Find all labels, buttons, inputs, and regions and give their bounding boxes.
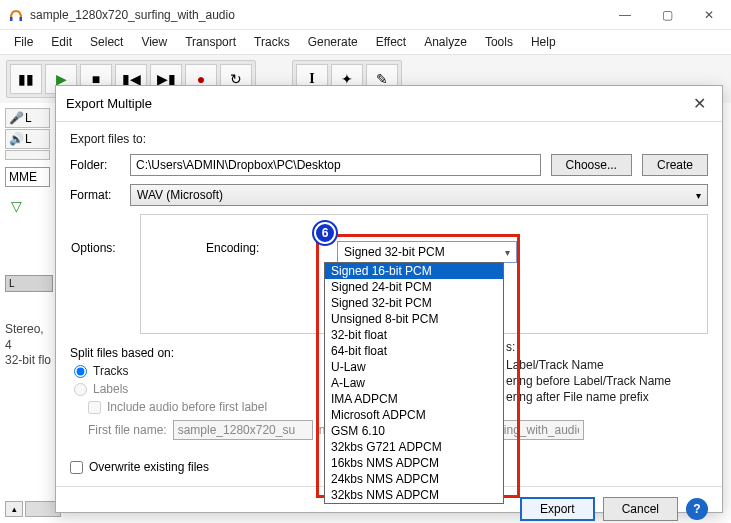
encoding-option[interactable]: IMA ADPCM [325, 391, 503, 407]
menu-tracks[interactable]: Tracks [246, 33, 298, 51]
options-label: Options: [71, 241, 126, 255]
chevron-down-icon: ▾ [505, 247, 510, 258]
first-file-label: First file name: [88, 423, 167, 437]
svg-rect-1 [20, 17, 23, 21]
pause-button[interactable]: ▮▮ [10, 64, 42, 94]
track-info-rate: Stereo, 4 [5, 322, 53, 353]
menu-tools[interactable]: Tools [477, 33, 521, 51]
menu-bar: File Edit Select View Transport Tracks G… [0, 30, 731, 55]
dialog-close-button[interactable]: ✕ [687, 94, 712, 113]
format-label: Format: [70, 188, 120, 202]
naming-opt-2: ering before Label/Track Name [506, 374, 706, 388]
menu-edit[interactable]: Edit [43, 33, 80, 51]
annotation-callout-6: 6 [314, 222, 336, 244]
encoding-option[interactable]: U-Law [325, 359, 503, 375]
menu-effect[interactable]: Effect [368, 33, 414, 51]
spk-channel-l: L [25, 132, 32, 146]
encoding-select[interactable]: Signed 32-bit PCM ▾ [337, 241, 517, 263]
naming-opt-1: Label/Track Name [506, 358, 706, 372]
choose-button[interactable]: Choose... [551, 154, 632, 176]
close-window-button[interactable]: ✕ [695, 8, 723, 22]
create-button[interactable]: Create [642, 154, 708, 176]
window-titlebar: sample_1280x720_surfing_with_audio — ▢ ✕ [0, 0, 731, 30]
first-file-input [173, 420, 313, 440]
folder-label: Folder: [70, 158, 120, 172]
format-value: WAV (Microsoft) [137, 188, 223, 202]
audio-host-select[interactable]: MME [5, 167, 50, 187]
encoding-option[interactable]: Signed 24-bit PCM [325, 279, 503, 295]
encoding-option[interactable]: 32-bit float [325, 327, 503, 343]
menu-view[interactable]: View [133, 33, 175, 51]
encoding-option[interactable]: GSM 6.10 [325, 423, 503, 439]
track-collapse-widget: ▴ [5, 501, 61, 517]
minimize-button[interactable]: — [611, 8, 639, 22]
encoding-option[interactable]: 64-bit float [325, 343, 503, 359]
mic-icon: 🎤 [9, 111, 23, 125]
encoding-option[interactable]: 32kbs G721 ADPCM [325, 439, 503, 455]
menu-transport[interactable]: Transport [177, 33, 244, 51]
help-button[interactable]: ? [686, 498, 708, 520]
encoding-option[interactable]: 32kbs NMS ADPCM [325, 487, 503, 503]
menu-help[interactable]: Help [523, 33, 564, 51]
speaker-icon: 🔊 [9, 132, 23, 146]
track-info-depth: 32-bit flo [5, 353, 53, 369]
encoding-option[interactable]: 24kbs NMS ADPCM [325, 471, 503, 487]
audacity-app-icon [8, 7, 24, 23]
track-panel-fragment: L Stereo, 4 32-bit flo [5, 275, 53, 369]
play-indicator-icon: ▽ [5, 198, 50, 214]
export-to-label: Export files to: [70, 132, 708, 146]
encoding-option[interactable]: Signed 16-bit PCM [325, 263, 503, 279]
svg-rect-0 [10, 17, 13, 21]
encoding-option[interactable]: Microsoft ADPCM [325, 407, 503, 423]
menu-select[interactable]: Select [82, 33, 131, 51]
device-toolbar-fragment: 🎤L 🔊L MME ▽ [5, 108, 50, 214]
menu-file[interactable]: File [6, 33, 41, 51]
collapse-up-button[interactable]: ▴ [5, 501, 23, 517]
window-title: sample_1280x720_surfing_with_audio [30, 8, 611, 22]
dialog-title: Export Multiple [66, 96, 687, 111]
chevron-down-icon: ▾ [696, 190, 701, 201]
track-channel-label: L [5, 275, 53, 292]
format-select[interactable]: WAV (Microsoft) ▾ [130, 184, 708, 206]
menu-analyze[interactable]: Analyze [416, 33, 475, 51]
mic-channel-l: L [25, 111, 32, 125]
export-button[interactable]: Export [520, 497, 595, 521]
encoding-option[interactable]: Unsigned 8-bit PCM [325, 311, 503, 327]
encoding-option[interactable]: 16kbs NMS ADPCM [325, 455, 503, 471]
naming-options-fragment: s: Label/Track Name ering before Label/T… [506, 338, 706, 406]
encoding-value: Signed 32-bit PCM [344, 245, 445, 259]
encoding-option[interactable]: Signed 32-bit PCM [325, 295, 503, 311]
cancel-button[interactable]: Cancel [603, 497, 678, 521]
naming-opt-3: ering after File name prefix [506, 390, 706, 404]
menu-generate[interactable]: Generate [300, 33, 366, 51]
maximize-button[interactable]: ▢ [653, 8, 681, 22]
folder-input[interactable] [130, 154, 541, 176]
encoding-dropdown-list[interactable]: Signed 16-bit PCM Signed 24-bit PCM Sign… [324, 262, 504, 504]
encoding-option[interactable]: A-Law [325, 375, 503, 391]
encoding-label: Encoding: [206, 241, 259, 255]
